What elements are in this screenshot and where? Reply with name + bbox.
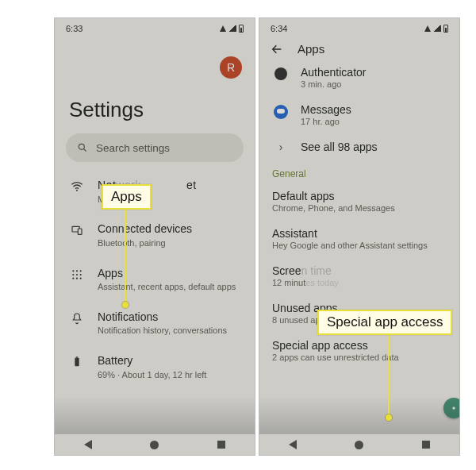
see-all-label: See all 98 apps [301,141,378,153]
signal-icon [433,25,441,32]
svg-rect-15 [76,356,79,357]
recent-app-authenticator[interactable]: Authenticator 3 min. ago [259,59,459,96]
settings-item-network[interactable]: Network et Mobile [55,170,255,214]
item-title: Apps [98,267,236,281]
battery-icon [69,354,85,368]
svg-point-10 [80,273,82,275]
svg-point-13 [80,277,82,279]
nav-back-button[interactable] [84,440,92,449]
svg-point-6 [76,270,78,272]
callout-endpoint [386,414,392,421]
recent-app-messages[interactable]: Messages 17 hr. ago [259,96,459,133]
nav-home-button[interactable] [355,441,363,449]
settings-home-screen: 6:33 R Settings Search settings Network … [54,17,255,456]
navigation-bar [259,434,459,455]
fab-button[interactable] [443,398,460,418]
see-all-apps[interactable]: › See all 98 apps [259,133,459,160]
wifi-icon [220,25,226,32]
app-desc: 17 hr. ago [301,116,351,126]
svg-point-5 [72,270,74,272]
item-desc: Hey Google and other Assistant settings [272,240,447,250]
search-settings-field[interactable]: Search settings [66,133,244,162]
status-bar: 6:34 [259,18,459,36]
callout-apps: Apps [102,184,152,210]
battery-icon [443,25,448,33]
authenticator-icon [272,66,290,80]
devices-icon [69,222,85,237]
item-title: Assistant [272,227,447,240]
bell-icon [69,310,85,325]
settings-item-apps[interactable]: Apps Assistant, recent apps, default app… [55,258,255,302]
svg-point-8 [72,273,74,275]
settings-list: Network et Mobile Connected devices Blue… [55,162,255,389]
signal-icon [228,25,236,32]
nav-home-button[interactable] [150,441,159,449]
svg-point-12 [76,277,78,279]
general-special-app-access[interactable]: Special app access 2 apps can use unrest… [259,332,459,369]
item-desc: Assistant, recent apps, default apps [98,280,236,293]
nav-recent-button[interactable] [422,441,430,449]
settings-item-connected-devices[interactable]: Connected devices Bluetooth, pairing [55,214,255,257]
item-title: Battery [98,354,206,368]
callout-endpoint [122,302,129,308]
back-arrow-icon[interactable] [271,43,283,56]
item-title: Default apps [272,190,447,202]
status-icons [220,25,244,33]
item-title: Connected devices [98,222,192,237]
navigation-bar [55,434,255,455]
section-general-label: General [259,160,459,183]
svg-point-0 [79,144,84,149]
apps-header: Apps [259,36,459,59]
item-desc: Bluetooth, pairing [98,237,192,249]
svg-point-11 [72,277,74,279]
apps-settings-screen: 6:34 Apps Authenticator 3 min. ago Messa… [259,17,460,456]
general-assistant[interactable]: Assistant Hey Google and other Assistant… [259,220,459,257]
item-title: Notifications [98,310,227,325]
app-title: Authenticator [301,66,367,79]
svg-point-9 [76,273,78,275]
battery-icon [239,25,244,33]
nav-back-button[interactable] [289,440,297,449]
clock: 6:33 [66,24,83,33]
general-screen-time[interactable]: Screen time 12 minutes today [259,257,459,295]
svg-line-1 [84,149,86,152]
svg-rect-4 [78,229,82,234]
settings-item-notifications[interactable]: Notifications Notification history, conv… [55,302,255,345]
page-title: Settings [55,36,255,133]
item-desc: Chrome, Phone, and Messages [272,202,447,213]
wifi-icon [424,25,431,32]
header-title: Apps [298,42,324,56]
app-desc: 3 min. ago [301,79,367,89]
app-title: Messages [301,103,351,116]
item-desc: 69% · About 1 day, 12 hr left [98,368,206,381]
avatar-letter: R [227,61,235,74]
item-desc: Notification history, conversations [98,324,227,337]
general-default-apps[interactable]: Default apps Chrome, Phone, and Messages [259,183,459,220]
svg-point-7 [80,270,82,272]
item-desc: 2 apps can use unrestricted data [272,352,447,362]
apps-grid-icon [69,267,85,281]
item-title: Special app access [272,339,447,352]
status-icons [424,25,448,33]
clock: 6:34 [271,24,287,33]
settings-item-battery[interactable]: Battery 69% · About 1 day, 12 hr left [55,345,255,389]
wifi-icon [69,179,85,193]
callout-special-app-access: Special app access [317,310,452,335]
nav-recent-button[interactable] [217,441,225,449]
status-bar: 6:33 [55,18,255,36]
chevron-right-icon: › [272,141,290,153]
profile-avatar[interactable]: R [220,56,242,79]
svg-point-2 [76,190,78,191]
search-icon [77,142,88,153]
messages-icon [272,103,290,119]
svg-rect-14 [75,358,79,367]
search-placeholder: Search settings [96,142,170,154]
